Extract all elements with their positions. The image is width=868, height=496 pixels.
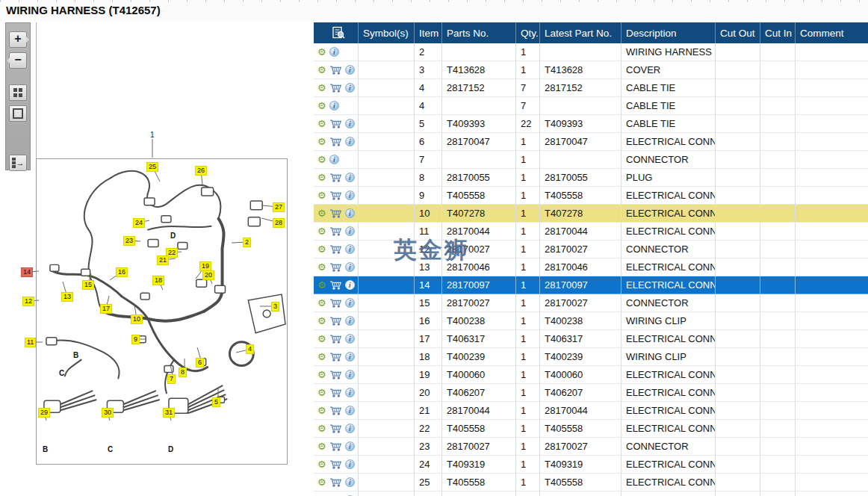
gear-icon[interactable]: ⚙ — [317, 208, 326, 218]
info-icon[interactable]: i — [345, 477, 355, 487]
gear-icon[interactable]: ⚙ — [317, 477, 326, 487]
callout-24[interactable]: 24 — [133, 218, 145, 228]
gear-icon[interactable]: ⚙ — [317, 334, 326, 344]
info-icon[interactable]: i — [329, 101, 339, 111]
callout-27[interactable]: 27 — [273, 202, 285, 212]
table-row[interactable]: ⚙i1128170044128170044ELECTRICAL CONNECTO… — [314, 223, 868, 241]
table-row[interactable]: ⚙i19T4000601T400060ELECTRICAL CONNECTOR — [314, 366, 868, 384]
diagram-canvas[interactable] — [36, 158, 288, 465]
callout-9[interactable]: 9 — [131, 335, 140, 344]
callout-23[interactable]: 23 — [123, 236, 135, 246]
callout-7[interactable]: 7 — [167, 374, 176, 384]
column-header-description[interactable]: Description — [621, 22, 716, 43]
table-row[interactable]: ⚙i5T40939322T409393CABLE TIE — [314, 115, 868, 133]
table-row[interactable]: ⚙i628170047128170047ELECTRICAL CONNECTOR — [314, 133, 868, 151]
table-row[interactable]: ⚙i17T4063171T406317ELECTRICAL CONNECTOR — [314, 330, 868, 348]
gear-icon[interactable]: ⚙ — [317, 298, 326, 308]
tile-view-button[interactable] — [9, 84, 27, 101]
callout-31[interactable]: 31 — [163, 408, 175, 418]
callout-21[interactable]: 21 — [157, 255, 169, 265]
gear-icon[interactable]: ⚙ — [317, 101, 326, 111]
table-row[interactable]: ⚙i25T4055581T405558ELECTRICAL CONNECTOR — [314, 474, 868, 492]
column-header-cut_out[interactable]: Cut Out — [716, 22, 760, 43]
cart-icon[interactable] — [329, 298, 342, 308]
table-row[interactable]: ⚙i1228170027128170027CONNECTOR — [314, 241, 868, 258]
info-icon[interactable]: i — [345, 244, 355, 254]
gear-icon[interactable]: ⚙ — [317, 262, 326, 272]
cart-icon[interactable] — [329, 173, 342, 182]
cart-icon[interactable] — [329, 119, 342, 128]
cart-icon[interactable] — [329, 137, 342, 146]
callout-4[interactable]: 4 — [246, 344, 254, 354]
callout-2[interactable]: 2 — [243, 238, 251, 247]
info-icon[interactable]: i — [345, 298, 355, 308]
gear-icon[interactable]: ⚙ — [317, 47, 326, 57]
gear-icon[interactable]: ⚙ — [317, 190, 326, 200]
callout-11[interactable]: 11 — [25, 338, 36, 347]
table-row[interactable]: ⚙i — [314, 492, 868, 496]
single-view-button[interactable] — [9, 105, 27, 122]
table-row[interactable]: ⚙i20T4062071T406207ELECTRICAL CONNECTOR — [314, 384, 868, 402]
gear-icon[interactable]: ⚙ — [317, 370, 326, 379]
cart-icon[interactable] — [329, 316, 342, 326]
cart-icon[interactable] — [329, 441, 342, 451]
info-icon[interactable]: i — [345, 370, 355, 379]
column-header-parts_no[interactable]: Parts No. — [442, 22, 516, 43]
cart-icon[interactable] — [329, 388, 342, 397]
info-icon[interactable]: i — [345, 190, 355, 200]
column-header-qty[interactable]: Qty. — [516, 22, 540, 43]
table-row[interactable]: ⚙i2128170044128170044ELECTRICAL CONNECTO… — [314, 402, 868, 420]
info-icon[interactable]: i — [345, 334, 355, 344]
table-row[interactable]: ⚙i18T4002391T400239WIRING CLIP — [314, 348, 868, 366]
zoom-in-button[interactable]: + — [9, 31, 27, 48]
cart-icon[interactable] — [329, 226, 342, 236]
callout-13[interactable]: 13 — [61, 292, 73, 302]
callout-26[interactable]: 26 — [195, 166, 207, 176]
callout-6[interactable]: 6 — [196, 358, 204, 368]
gear-icon[interactable]: ⚙ — [317, 388, 326, 397]
gear-icon[interactable]: ⚙ — [317, 119, 326, 128]
table-row[interactable]: ⚙i22T4055581T405558ELECTRICAL CONNECTOR — [314, 420, 868, 438]
dock-panel-button[interactable]: → — [9, 155, 27, 171]
gear-icon[interactable]: ⚙ — [317, 173, 326, 182]
info-icon[interactable]: i — [345, 83, 355, 93]
info-icon[interactable]: i — [345, 262, 355, 272]
table-row[interactable]: ⚙i10T4072781T407278ELECTRICAL CONNECTOR — [314, 205, 868, 223]
info-icon[interactable]: i — [345, 208, 355, 218]
gear-icon[interactable]: ⚙ — [317, 65, 326, 75]
cart-icon[interactable] — [329, 352, 342, 362]
gear-icon[interactable]: ⚙ — [317, 226, 326, 236]
table-row[interactable]: ⚙i47CABLE TIE — [314, 97, 868, 115]
column-header-item[interactable]: Item — [415, 22, 442, 43]
callout-16[interactable]: 16 — [116, 267, 128, 277]
gear-icon[interactable]: ⚙ — [317, 83, 326, 93]
info-icon[interactable]: i — [345, 352, 355, 362]
table-row[interactable]: ⚙i4281715272817152CABLE TIE — [314, 79, 868, 97]
cart-icon[interactable] — [329, 459, 342, 469]
cart-icon[interactable] — [329, 424, 342, 433]
callout-18[interactable]: 18 — [152, 276, 164, 285]
table-row[interactable]: ⚙i2328170027128170027CONNECTOR — [314, 438, 868, 456]
cart-icon[interactable] — [329, 370, 342, 379]
table-row[interactable]: ⚙i3T4136281T413628COVER — [314, 61, 868, 79]
callout-5[interactable]: 5 — [212, 397, 220, 407]
cart-icon[interactable] — [329, 334, 342, 344]
gear-icon[interactable]: ⚙ — [317, 441, 326, 451]
gear-icon[interactable]: ⚙ — [317, 316, 326, 326]
cart-icon[interactable] — [329, 406, 342, 415]
info-icon[interactable]: i — [345, 406, 355, 415]
column-header-icons[interactable] — [314, 22, 359, 43]
table-row[interactable]: ⚙i1428170097128170097ELECTRICAL CONNECTO… — [314, 276, 868, 294]
info-icon[interactable]: i — [345, 459, 355, 469]
callout-14[interactable]: 14 — [21, 267, 33, 277]
callout-30[interactable]: 30 — [102, 408, 114, 418]
callout-20[interactable]: 20 — [202, 270, 214, 280]
info-icon[interactable]: i — [345, 316, 355, 326]
cart-icon[interactable] — [329, 83, 342, 93]
table-row[interactable]: ⚙i16T4002381T400238WIRING CLIP — [314, 312, 868, 330]
info-icon[interactable]: i — [345, 226, 355, 236]
callout-29[interactable]: 29 — [38, 408, 50, 418]
info-icon[interactable]: i — [345, 388, 355, 397]
info-icon[interactable]: i — [345, 280, 355, 290]
info-icon[interactable]: i — [345, 119, 355, 128]
